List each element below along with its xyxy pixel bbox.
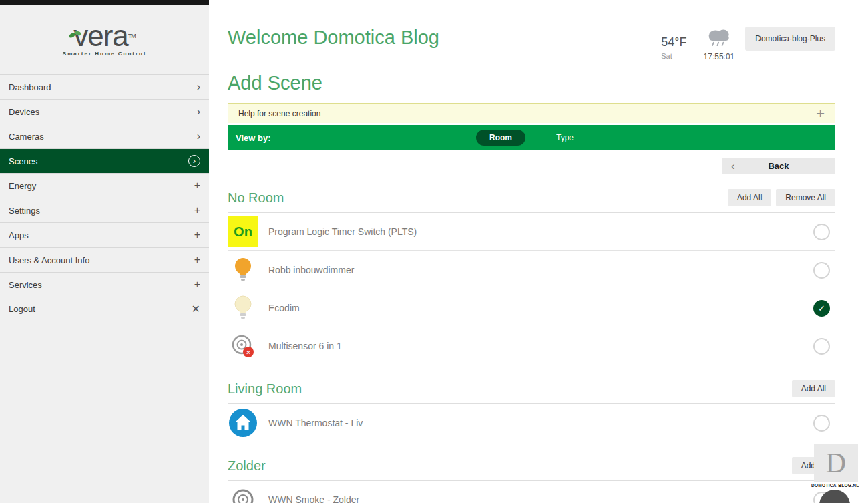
plts-on-icon: On xyxy=(228,216,258,247)
sidebar-item-label: Logout xyxy=(9,304,35,314)
section-title-no-room: No Room xyxy=(228,190,284,206)
sidebar-item-users-account-info[interactable]: Users & Account Info + xyxy=(0,247,209,272)
multisensor-icon: ✕ xyxy=(228,331,258,361)
help-bar-label: Help for scene creation xyxy=(238,109,320,118)
sidebar-item-label: Settings xyxy=(9,206,40,216)
weather-widget: 54°F xyxy=(661,27,734,61)
section-title-zolder: Zolder xyxy=(228,458,266,474)
device-row: WWN Thermostat - Liv xyxy=(228,404,835,442)
sidebar-item-logout[interactable]: Logout ✕ xyxy=(0,297,209,321)
chevron-left-icon: ‹ xyxy=(731,160,735,172)
plus-icon: + xyxy=(194,279,200,290)
sidebar-item-label: Apps xyxy=(9,230,29,240)
sidebar: veraTM Smarter Home Control Dashboard › … xyxy=(0,0,209,503)
add-all-button[interactable]: Add All xyxy=(728,189,771,206)
device-row: Robb inbouwdimmer xyxy=(228,251,835,289)
sidebar-item-energy[interactable]: Energy + xyxy=(0,173,209,198)
device-select-radio[interactable] xyxy=(813,415,830,432)
device-row: WWN Smoke - Zolder xyxy=(228,481,835,503)
controller-selector[interactable]: Domotica-blog-Plus xyxy=(745,27,835,51)
chevron-right-icon: › xyxy=(197,131,200,142)
device-select-radio[interactable] xyxy=(813,224,830,240)
view-by-room-button[interactable]: Room xyxy=(476,130,525,146)
device-name: Ecodim xyxy=(268,303,300,313)
sidebar-item-cameras[interactable]: Cameras › xyxy=(0,124,209,148)
plus-icon: + xyxy=(194,255,200,265)
device-select-radio[interactable] xyxy=(813,262,830,279)
sidebar-item-label: Users & Account Info xyxy=(9,255,89,265)
vera-logo: veraTM Smarter Home Control xyxy=(0,5,209,74)
sidebar-item-label: Cameras xyxy=(9,132,44,142)
sidebar-item-label: Energy xyxy=(9,181,36,191)
watermark-circle-logo xyxy=(819,490,850,503)
device-name: Robb inbouwdimmer xyxy=(268,265,354,275)
plus-icon: + xyxy=(194,230,200,240)
sidebar-item-scenes[interactable]: Scenes › xyxy=(0,148,209,173)
view-by-bar: View by: Room Type xyxy=(228,125,835,150)
main-content: Welcome Domotica Blog 54°F xyxy=(209,0,868,503)
sidebar-item-label: Services xyxy=(9,280,42,290)
plus-icon: + xyxy=(194,205,200,216)
smoke-detector-icon xyxy=(228,484,258,503)
sidebar-item-settings[interactable]: Settings + xyxy=(0,198,209,222)
header-bar: Welcome Domotica Blog 54°F xyxy=(228,0,835,61)
watermark-caption: DOMOTICA-BLOG.NL xyxy=(811,483,858,488)
device-row: Ecodim ✓ xyxy=(228,289,835,327)
logo-tm: TM xyxy=(128,33,136,39)
thermostat-house-icon xyxy=(228,407,258,438)
welcome-heading: Welcome Domotica Blog xyxy=(228,25,439,50)
view-by-label: View by: xyxy=(236,133,271,143)
device-row: On Program Logic Timer Switch (PLTS) xyxy=(228,213,835,251)
sidebar-item-label: Scenes xyxy=(9,156,37,166)
leaf-icon xyxy=(68,16,83,43)
device-name: WWN Smoke - Zolder xyxy=(268,494,359,503)
sidebar-item-apps[interactable]: Apps + xyxy=(0,222,209,247)
expand-plus-icon[interactable]: + xyxy=(816,106,825,121)
device-select-radio[interactable]: ✓ xyxy=(813,300,830,317)
weather-day-label: Sat xyxy=(661,52,672,61)
device-select-radio[interactable] xyxy=(813,338,830,355)
cloud-rain-icon xyxy=(705,27,734,49)
section-title-living-room: Living Room xyxy=(228,381,302,397)
sidebar-item-label: Devices xyxy=(9,107,39,117)
chevron-right-icon: › xyxy=(197,106,200,117)
device-row: ✕ Multisensor 6 in 1 xyxy=(228,327,835,365)
chevron-right-circle-icon: › xyxy=(188,155,200,167)
back-button[interactable]: ‹ Back xyxy=(722,158,835,174)
device-name: Multisensor 6 in 1 xyxy=(268,341,342,351)
help-bar[interactable]: Help for scene creation + xyxy=(228,103,835,123)
plus-icon: + xyxy=(194,180,200,191)
temperature-label: 54°F xyxy=(661,35,686,49)
view-by-type-button[interactable]: Type xyxy=(543,130,587,146)
watermark-logo: D xyxy=(814,444,858,482)
site-watermark: D DOMOTICA-BLOG.NL xyxy=(811,444,858,503)
page-title: Add Scene xyxy=(228,72,835,94)
sidebar-item-label: Dashboard xyxy=(9,82,51,92)
bulb-dim-icon xyxy=(228,293,258,323)
sidebar-item-devices[interactable]: Devices › xyxy=(0,99,209,124)
chevron-right-icon: › xyxy=(197,81,200,92)
sidebar-top-strip xyxy=(0,0,209,5)
bulb-on-icon xyxy=(228,255,258,285)
device-name: WWN Thermostat - Liv xyxy=(268,417,363,428)
add-all-button[interactable]: Add All xyxy=(792,380,835,397)
sidebar-item-dashboard[interactable]: Dashboard › xyxy=(0,74,209,99)
svg-text:✕: ✕ xyxy=(246,349,251,356)
back-button-label: Back xyxy=(722,161,835,171)
remove-all-button[interactable]: Remove All xyxy=(776,189,835,206)
device-name: Program Logic Timer Switch (PLTS) xyxy=(268,226,417,237)
sidebar-item-services[interactable]: Services + xyxy=(0,272,209,297)
clock-label: 17:55:01 xyxy=(704,52,735,61)
close-icon: ✕ xyxy=(192,304,200,315)
